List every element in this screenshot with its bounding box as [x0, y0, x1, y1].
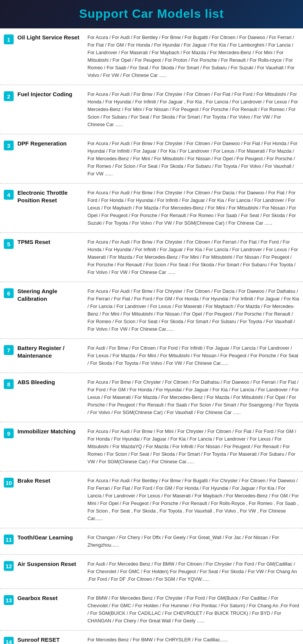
row-title-col: DPF Regeneration — [17, 140, 87, 147]
table-row: 13 Gearbox Reset For BMW / For Mercedes … — [0, 589, 303, 631]
row-title-col: Steering Angle Calibration — [17, 288, 87, 302]
row-title-col: Air Suspension Reset — [17, 560, 87, 568]
table-row: 4 Electronic Throttle Position Reset For… — [0, 184, 303, 233]
row-title-col: ABS Bleeding — [17, 378, 87, 386]
row-title: Steering Angle Calibration — [17, 288, 57, 302]
row-title-col: Sunroof RESET — [17, 636, 87, 644]
table-row: 6 Steering Angle Calibration For Acura /… — [0, 282, 303, 339]
row-number: 5 — [4, 239, 14, 249]
table-row: 3 DPF Regeneration For Acura / For Audi … — [0, 134, 303, 184]
row-title: Brake Reset — [17, 477, 50, 484]
row-title: TPMS Reset — [17, 239, 50, 245]
row-title-col: Tooth/Gear Learning — [17, 534, 87, 541]
table-row: 9 Immobilizer Matching For Acura / For A… — [0, 422, 303, 472]
row-number: 4 — [4, 190, 14, 200]
row-title: Oil Light Service Reset — [17, 34, 79, 41]
row-desc: For Acura / For Audi / For Bentley / For… — [87, 477, 299, 522]
row-desc: For Acura / For Audi / For Bentley / For… — [87, 34, 299, 79]
row-number-col: 14 — [4, 636, 17, 644]
row-desc: For Acura / For Audi / For Bmw / For Chr… — [87, 91, 299, 128]
row-desc: For Acura / For Audi / For Bmw / For Chr… — [87, 140, 299, 178]
row-title-col: Fuel Injector Coding — [17, 91, 87, 98]
row-title: Electronic Throttle Position Reset — [17, 189, 68, 203]
row-title: Air Suspension Reset — [17, 561, 76, 567]
row-title-col: Gearbox Reset — [17, 594, 87, 602]
row-number: 13 — [4, 595, 14, 605]
row-number-col: 5 — [4, 238, 17, 249]
row-number-col: 6 — [4, 288, 17, 298]
table-row: 10 Brake Reset For Acura / For Audi / Fo… — [0, 472, 303, 528]
row-desc: For BMW / For Mercedes Benz / For Chrysl… — [87, 594, 299, 625]
row-desc: For Mercedes Benz / For BMW / For CHRYSL… — [87, 636, 299, 644]
row-number: 1 — [4, 34, 14, 44]
row-desc: For Acura / For Audi / For Bmw / For Min… — [87, 428, 299, 466]
row-desc: For Audi / For Bmw / For Citroen / For F… — [87, 344, 299, 367]
row-number-col: 4 — [4, 189, 17, 200]
row-title-col: TPMS Reset — [17, 238, 87, 246]
row-number-col: 13 — [4, 594, 17, 605]
row-desc: For Acura / For Audi / For Bmw / For Chr… — [87, 189, 299, 227]
row-number: 14 — [4, 637, 14, 644]
content-area: 1 Oil Light Service Reset For Acura / Fo… — [0, 28, 303, 644]
table-row: 1 Oil Light Service Reset For Acura / Fo… — [0, 28, 303, 85]
row-title: Sunroof RESET — [17, 636, 60, 643]
table-row: 5 TPMS Reset For Acura / For Audi / For … — [0, 233, 303, 282]
row-number-col: 9 — [4, 428, 17, 438]
row-desc: For Acura / For Audi / For Bmw / For Chr… — [87, 238, 299, 276]
row-number-col: 1 — [4, 34, 17, 44]
row-title: DPF Regeneration — [17, 140, 67, 147]
row-number: 11 — [4, 535, 14, 544]
row-number: 3 — [4, 141, 14, 150]
row-desc: For Changan / For Chery / For Dffx / For… — [87, 534, 299, 549]
row-title-col: Brake Reset — [17, 477, 87, 485]
row-number-col: 3 — [4, 140, 17, 150]
table-row: 2 Fuel Injector Coding For Acura / For A… — [0, 85, 303, 134]
row-title-col: Electronic Throttle Position Reset — [17, 189, 87, 204]
row-number-col: 2 — [4, 91, 17, 101]
row-title: Tooth/Gear Learning — [17, 534, 73, 541]
row-number: 10 — [4, 478, 14, 488]
row-title: Battery Register / Maintenance — [17, 345, 64, 359]
row-number: 8 — [4, 379, 14, 389]
row-title: Immobilizer Matching — [17, 428, 75, 435]
row-desc: For Acura / For Audi / For Bmw / For Chr… — [87, 288, 299, 333]
table-row: 11 Tooth/Gear Learning For Changan / For… — [0, 528, 303, 555]
row-number-col: 10 — [4, 477, 17, 488]
table-row: 14 Sunroof RESET For Mercedes Benz / For… — [0, 631, 303, 644]
page-title: Support Car Models list — [4, 7, 299, 21]
row-title-col: Immobilizer Matching — [17, 428, 87, 435]
row-number-col: 11 — [4, 534, 17, 544]
table-row: 12 Air Suspension Reset For Audi / For M… — [0, 555, 303, 589]
row-number-col: 12 — [4, 560, 17, 571]
table-row: 7 Battery Register / Maintenance For Aud… — [0, 339, 303, 373]
row-title: ABS Bleeding — [17, 379, 55, 385]
row-number-col: 7 — [4, 344, 17, 355]
row-title-col: Battery Register / Maintenance — [17, 344, 87, 359]
table-row: 8 ABS Bleeding For Acura / For Bmw / For… — [0, 373, 303, 422]
row-desc: For Audi / For Mercedes Benz / For BMW /… — [87, 560, 299, 583]
page-header: Support Car Models list — [0, 0, 303, 28]
row-title: Fuel Injector Coding — [17, 91, 72, 97]
row-number: 2 — [4, 91, 14, 101]
row-title-col: Oil Light Service Reset — [17, 34, 87, 41]
row-number: 9 — [4, 428, 14, 438]
row-number: 12 — [4, 561, 14, 571]
row-desc: For Acura / For Bmw / For Chrysler / For… — [87, 378, 299, 416]
row-number-col: 8 — [4, 378, 17, 389]
row-title: Gearbox Reset — [17, 595, 58, 601]
row-number: 7 — [4, 345, 14, 355]
row-number: 6 — [4, 288, 14, 298]
